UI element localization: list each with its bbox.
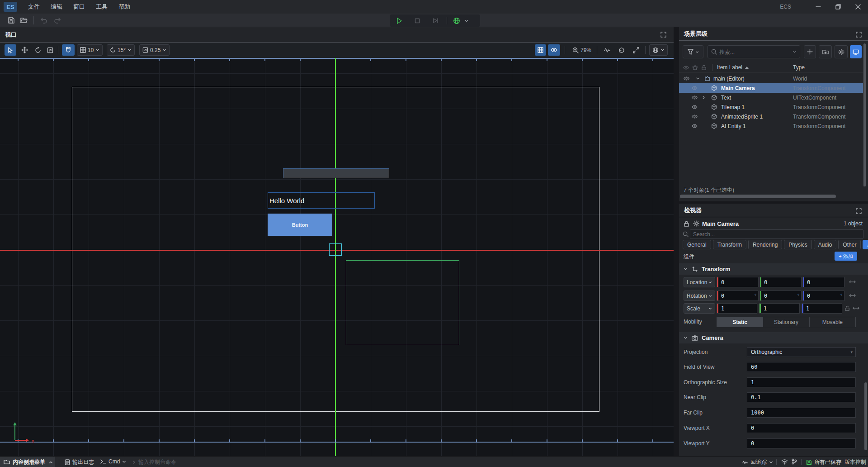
visibility-toggle[interactable] (548, 44, 560, 56)
network-wifi-icon[interactable] (781, 459, 788, 465)
mobility-static[interactable]: Static (717, 317, 763, 327)
tab-transform[interactable]: Transform (713, 240, 746, 249)
grid-snap-dropdown[interactable]: 10 (77, 44, 103, 56)
select-tool-button[interactable] (5, 44, 16, 56)
play-button[interactable] (393, 15, 405, 26)
tab-rendering[interactable]: Rendering (748, 240, 782, 249)
tab-all[interactable]: All (863, 240, 868, 249)
camera-section-header[interactable]: Camera (679, 332, 868, 343)
hierarchy-search-box[interactable] (708, 45, 800, 58)
rotation-y-field[interactable]: ° (760, 291, 802, 301)
tab-physics[interactable]: Physics (784, 240, 811, 249)
inspector-vertical-scrollbar[interactable] (864, 382, 867, 450)
new-folder-button[interactable] (819, 45, 832, 58)
projection-select[interactable]: Orthographic ▾ (747, 347, 856, 357)
scale-y-field[interactable] (759, 303, 800, 314)
scale-z-field[interactable] (802, 303, 842, 314)
console-command-input[interactable]: 输入控制台命令 (132, 458, 176, 466)
rotation-x-field[interactable]: ° (717, 291, 759, 301)
location-x-field[interactable] (717, 277, 759, 287)
far-clip-field[interactable] (747, 408, 856, 418)
open-folder-button[interactable] (18, 15, 30, 26)
version-control-button[interactable]: 版本控制 (844, 458, 866, 466)
panel-splitter[interactable] (674, 27, 679, 456)
scale-tool-button[interactable] (44, 44, 56, 56)
transform-section-header[interactable]: Transform (679, 263, 868, 275)
ui-button-element[interactable]: Button (268, 214, 332, 236)
move-tool-button[interactable] (19, 44, 30, 56)
step-button[interactable] (429, 15, 441, 26)
location-y-field[interactable] (760, 277, 802, 287)
rotation-z-field[interactable]: ° (802, 291, 844, 301)
chevron-down-icon[interactable] (464, 19, 469, 23)
list-item[interactable]: main (Editor) World (679, 74, 864, 83)
scale-dropdown[interactable]: Scale (684, 303, 715, 314)
expand-panel-icon[interactable] (856, 32, 862, 38)
list-item[interactable]: AnimatedSprite 1 TransformComponent (679, 112, 864, 121)
scene-canvas[interactable]: Hello World Button x (0, 58, 674, 456)
fov-field[interactable] (747, 362, 856, 372)
mobility-stationary[interactable]: Stationary (763, 317, 809, 327)
scale-snap-dropdown[interactable]: 0.25 (139, 44, 170, 56)
reset-link-icon[interactable] (849, 279, 856, 285)
ui-text-element[interactable]: Hello World (268, 192, 375, 209)
gear-icon[interactable] (693, 220, 699, 227)
save-status[interactable]: 所有已保存 (806, 458, 841, 466)
scale-x-field[interactable] (717, 303, 757, 314)
undo-button[interactable] (38, 15, 50, 26)
list-item[interactable]: Tilemap 1 TransformComponent (679, 102, 864, 112)
lock-icon[interactable] (684, 221, 689, 227)
hierarchy-search-input[interactable] (719, 49, 793, 55)
reset-link-icon[interactable] (849, 293, 856, 298)
column-item-label[interactable]: Item Label (717, 64, 742, 71)
stop-button[interactable] (411, 15, 423, 26)
world-dropdown[interactable] (649, 44, 668, 56)
menu-help[interactable]: 帮助 (118, 3, 130, 11)
filter-dropdown-button[interactable] (683, 45, 703, 58)
rotate-tool-button[interactable] (32, 44, 43, 56)
snap-toggle-button[interactable] (62, 44, 75, 56)
reset-link-icon[interactable] (853, 305, 859, 311)
add-component-button[interactable]: + 添加 (835, 252, 857, 261)
rotation-dropdown[interactable]: Rotation (684, 291, 715, 301)
selection-gizmo-box[interactable] (329, 243, 342, 256)
fullscreen-button[interactable] (630, 44, 642, 56)
version-branch-icon[interactable] (791, 458, 797, 465)
cmd-dropdown[interactable]: Cmd (100, 458, 126, 465)
near-clip-field[interactable] (747, 392, 856, 402)
hierarchy-vertical-scrollbar[interactable] (863, 43, 866, 187)
redo-button[interactable] (52, 15, 63, 26)
reset-view-button[interactable] (616, 44, 627, 56)
trace-dropdown[interactable]: 回追踪 (742, 458, 773, 466)
list-item-selected[interactable]: Main Camera TransformComponent (679, 83, 864, 93)
ortho-size-field[interactable] (747, 377, 856, 387)
monitor-view-button[interactable] (850, 45, 862, 58)
menu-edit[interactable]: 编辑 (51, 3, 62, 11)
menu-file[interactable]: 文件 (28, 3, 40, 11)
minimize-button[interactable] (808, 0, 828, 14)
location-z-field[interactable] (802, 277, 844, 287)
hierarchy-horizontal-scrollbar[interactable] (680, 195, 863, 198)
restore-button[interactable] (828, 0, 848, 14)
list-item[interactable]: Text UITextComponent (679, 93, 864, 102)
run-target-globe-button[interactable] (451, 15, 462, 26)
app-logo[interactable]: ES (4, 2, 17, 12)
save-button[interactable] (5, 15, 17, 26)
hierarchy-settings-button[interactable] (835, 45, 848, 58)
close-button[interactable] (848, 0, 868, 14)
column-type[interactable]: Type (793, 64, 805, 71)
zoom-indicator[interactable]: 79% (569, 44, 595, 56)
list-item[interactable]: AI Entity 1 TransformComponent (679, 121, 864, 131)
output-log-button[interactable]: 输出日志 (65, 458, 94, 466)
content-drawer-button[interactable]: 内容侧滑菜单 (0, 457, 55, 467)
add-entity-button[interactable] (804, 45, 816, 58)
location-dropdown[interactable]: Location (684, 277, 715, 287)
grid-visibility-toggle[interactable] (535, 44, 546, 56)
viewport-x-field[interactable] (747, 423, 856, 433)
tab-other[interactable]: Other (838, 240, 861, 249)
inspector-search-input[interactable] (690, 229, 863, 239)
ui-panel-bar[interactable] (283, 168, 389, 178)
expand-panel-icon[interactable] (660, 32, 666, 38)
tab-general[interactable]: General (683, 240, 711, 249)
uniform-scale-lock-icon[interactable] (844, 305, 850, 311)
